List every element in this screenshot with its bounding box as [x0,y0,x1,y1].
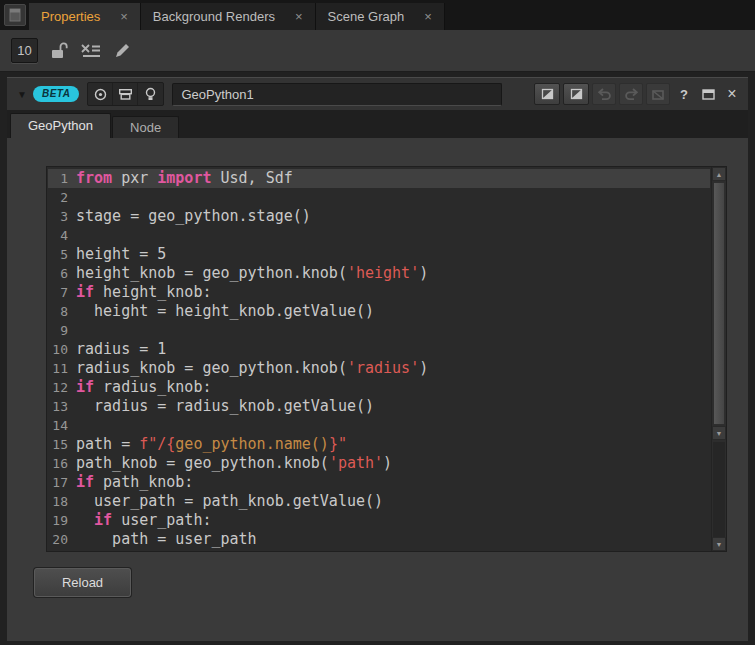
code-text: from pxr import Usd, Sdf [76,169,293,188]
node-panel: ▼ BETA [7,77,748,641]
tab-properties[interactable]: Properties × [29,3,141,30]
line-number: 2 [48,188,68,207]
channel-mask-b-button[interactable] [563,83,589,105]
pane-menu-button[interactable] [4,4,26,26]
code-text: if user_path: [76,511,211,530]
code-line[interactable]: 1from pxr import Usd, Sdf [48,169,710,188]
indicators-button[interactable] [138,83,163,105]
line-number: 3 [48,207,68,226]
scroll-down-button[interactable]: ▼ [712,426,726,440]
line-number: 5 [48,245,68,264]
revert-button[interactable] [646,83,670,105]
line-number: 8 [48,302,68,321]
code-text: height = height_knob.getValue() [76,302,374,321]
line-number: 20 [48,530,68,549]
code-line[interactable]: 13 radius = radius_knob.getValue() [48,397,710,416]
code-line[interactable]: 17if path_knob: [48,473,710,492]
line-number: 1 [48,169,68,188]
center-node-button[interactable] [88,83,113,105]
tab-label: Background Renders [153,9,275,24]
undo-icon [597,88,612,101]
node-name-input[interactable] [172,83,502,106]
float-window-icon [702,89,715,100]
node-panel-header: ▼ BETA [7,78,748,110]
tab-node[interactable]: Node [112,116,179,138]
code-line[interactable]: 6height_knob = geo_python.knob('height') [48,264,710,283]
close-icon[interactable]: × [295,10,303,23]
scroll-up-button[interactable]: ▲ [712,167,726,181]
line-number: 11 [48,359,68,378]
pencil-icon [114,42,131,59]
code-text: path = user_path [76,530,257,549]
line-number: 6 [48,264,68,283]
code-line[interactable]: 21 [48,549,710,551]
code-text: radius = radius_knob.getValue() [76,397,374,416]
code-line[interactable]: 10radius = 1 [48,340,710,359]
node-tab-strip: GeoPython Node [7,110,748,138]
line-number: 19 [48,511,68,530]
tab-label: Scene Graph [328,9,405,24]
help-button[interactable]: ? [674,83,694,105]
code-line[interactable]: 16path_knob = geo_python.knob('path') [48,454,710,473]
close-all-panels-button[interactable] [80,43,102,59]
code-line[interactable]: 18 user_path = path_knob.getValue() [48,492,710,511]
line-number: 15 [48,435,68,454]
diagonal-square-icon [570,88,583,100]
code-line[interactable]: 20 path = user_path [48,530,710,549]
close-panel-button[interactable]: × [722,83,742,105]
redo-icon [624,88,639,101]
code-line[interactable]: 15path = f"/{geo_python.name()}" [48,435,710,454]
beta-badge: BETA [33,86,79,102]
code-line[interactable]: 9 [48,321,710,340]
redo-button[interactable] [619,83,643,105]
tab-background-renders[interactable]: Background Renders × [141,3,316,30]
collapse-arrow-icon[interactable]: ▼ [17,89,27,100]
pane-tabbar: Properties × Background Renders × Scene … [0,0,755,30]
code-line[interactable]: 4 [48,226,710,245]
scroll-down-button[interactable]: ▼ [712,537,726,551]
code-line[interactable]: 7if height_knob: [48,283,710,302]
scroll-thumb[interactable] [713,182,725,425]
code-line[interactable]: 5height = 5 [48,245,710,264]
line-number: 12 [48,378,68,397]
code-line[interactable]: 12if radius_knob: [48,378,710,397]
edit-button[interactable] [114,42,131,59]
code-lines[interactable]: 1from pxr import Usd, Sdf23stage = geo_p… [48,167,710,551]
code-line[interactable]: 11radius_knob = geo_python.knob('radius'… [48,359,710,378]
close-all-panels-icon [80,43,102,59]
center-target-icon [93,87,108,102]
max-panels-input[interactable]: 10 [11,38,38,63]
lock-panels-button[interactable] [50,41,68,60]
line-number: 14 [48,416,68,435]
code-text: height_knob = geo_python.knob('height') [76,264,428,283]
reload-button[interactable]: Reload [34,568,131,597]
diagonal-square-icon [541,88,554,100]
undo-button[interactable] [592,83,616,105]
line-number: 10 [48,340,68,359]
scroll-track[interactable] [713,442,725,537]
line-number: 9 [48,321,68,340]
code-line[interactable]: 2 [48,188,710,207]
code-line[interactable]: 3stage = geo_python.stage() [48,207,710,226]
float-panel-button[interactable] [698,83,718,105]
line-number: 7 [48,283,68,302]
open-lock-icon [50,41,68,60]
code-text: radius = 1 [76,340,166,359]
script-editor[interactable]: 1from pxr import Usd, Sdf23stage = geo_p… [46,166,727,552]
snapshot-button[interactable] [113,83,138,105]
scrollbar[interactable]: ▲ ▼ ▼ [711,167,726,551]
code-text: if path_knob: [76,473,193,492]
close-icon[interactable]: × [120,10,128,23]
close-icon[interactable]: × [424,10,432,23]
code-line[interactable]: 19 if user_path: [48,511,710,530]
code-line[interactable]: 8 height = height_knob.getValue() [48,302,710,321]
line-number: 18 [48,492,68,511]
code-text: height = 5 [76,245,166,264]
code-text: if radius_knob: [76,378,211,397]
line-number: 13 [48,397,68,416]
archive-icon [118,88,133,101]
tab-geopython[interactable]: GeoPython [10,113,111,138]
tab-scene-graph[interactable]: Scene Graph × [316,3,445,30]
channel-mask-a-button[interactable] [534,83,560,105]
code-line[interactable]: 14 [48,416,710,435]
